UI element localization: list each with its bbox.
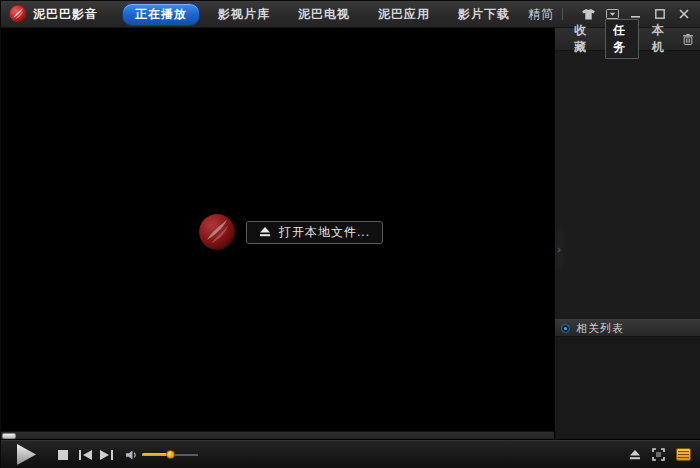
empty-player-prompt: 打开本地文件... — [198, 213, 383, 251]
open-local-file-button[interactable]: 打开本地文件... — [246, 221, 383, 244]
app-title: 泥巴巴影音 — [33, 6, 98, 23]
sidebar-tabs: 收藏 任务 本机 — [555, 28, 700, 51]
tab-movie-library[interactable]: 影视片库 — [208, 4, 280, 25]
stop-button[interactable] — [58, 450, 68, 460]
tab-now-playing[interactable]: 正在播放 — [122, 3, 200, 26]
play-button[interactable] — [17, 444, 36, 465]
titlebar-divider — [562, 8, 563, 20]
app-window: 泥巴巴影音 正在播放 影视片库 泥巴电视 泥巴应用 影片下载 精简 — [0, 0, 700, 468]
open-file-eject-button[interactable] — [629, 450, 641, 460]
sidebar-task-list: › — [555, 51, 700, 319]
player-logo-icon — [198, 213, 236, 251]
volume-slider[interactable] — [142, 450, 198, 460]
collapse-panel-arrow[interactable]: › — [555, 229, 563, 269]
compact-mode-button[interactable]: 精简 — [528, 6, 554, 23]
control-bar-right — [618, 448, 691, 461]
related-list-header[interactable]: 相关列表 — [555, 319, 700, 337]
related-list-label: 相关列表 — [576, 321, 624, 336]
sidebar: 收藏 任务 本机 › 相关列表 — [554, 28, 700, 439]
volume-knob[interactable] — [166, 450, 175, 459]
previous-button[interactable] — [79, 450, 92, 460]
tab-movie-download[interactable]: 影片下载 — [448, 4, 520, 25]
trash-icon[interactable] — [683, 34, 693, 45]
fullscreen-button[interactable] — [652, 448, 665, 461]
seekbar[interactable] — [1, 431, 554, 439]
close-icon[interactable] — [675, 5, 693, 23]
app-logo-icon — [9, 5, 27, 23]
radio-bullet-icon — [561, 324, 570, 333]
next-button[interactable] — [100, 450, 113, 460]
eject-icon — [259, 227, 271, 237]
control-bar — [1, 439, 700, 468]
nav-tabs: 正在播放 影视片库 泥巴电视 泥巴应用 影片下载 — [122, 3, 528, 26]
playlist-toggle-button[interactable] — [676, 448, 691, 461]
video-area[interactable]: 打开本地文件... — [1, 28, 554, 431]
volume-icon[interactable] — [126, 450, 137, 460]
tab-niba-tv[interactable]: 泥巴电视 — [288, 4, 360, 25]
open-local-file-label: 打开本地文件... — [279, 224, 370, 241]
related-list-content — [555, 337, 700, 439]
tab-niba-apps[interactable]: 泥巴应用 — [368, 4, 440, 25]
